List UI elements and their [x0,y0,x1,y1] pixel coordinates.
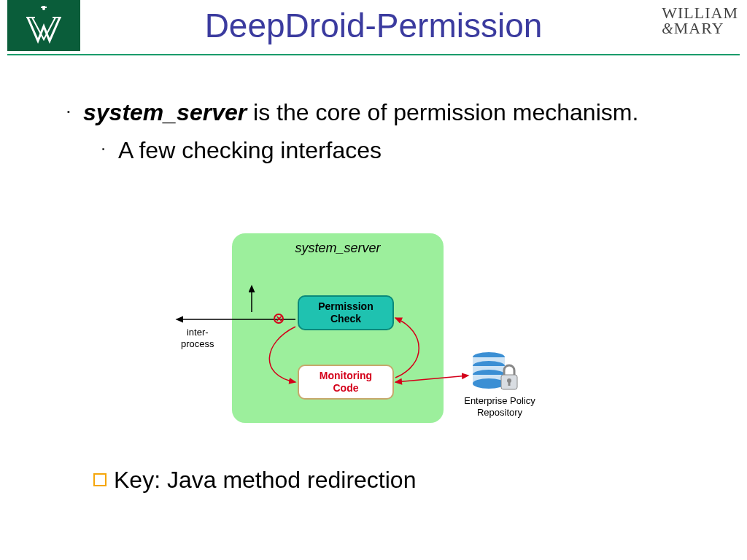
content-area: system_server is the core of permission … [66,95,703,164]
slide-header: DeepDroid-Permission WILLIAM &MARY [0,0,747,57]
bullet1-text: is the core of permission mechanism. [247,99,638,125]
wm-line2: &MARY [662,21,738,36]
slide-title: DeepDroid-Permission [0,6,747,45]
bullet-level2: A few checking interfaces [101,137,703,164]
wm-wordmark-logo: WILLIAM &MARY [662,6,738,36]
header-rule [7,54,740,55]
repository-label: Enterprise PolicyRepository [452,395,547,418]
system-server-label: system_server [232,241,444,256]
svg-point-10 [473,378,505,389]
stop-icon: ✕ [274,314,284,324]
inter-process-label: inter-process [181,327,214,349]
key-text: Key: Java method redirection [114,467,416,493]
bullet-level1: system_server is the core of permission … [66,95,703,131]
permission-check-box: PermissionCheck [298,295,394,330]
database-icon [471,350,522,394]
bullet1-emphasis: system_server [83,99,247,125]
monitoring-code-box: MonitoringCode [298,365,394,400]
architecture-diagram: system_server PermissionCheck Monitoring… [168,233,562,445]
square-bullet-icon [93,473,107,486]
key-bullet: Key: Java method redirection [93,467,416,494]
svg-rect-13 [508,381,511,386]
